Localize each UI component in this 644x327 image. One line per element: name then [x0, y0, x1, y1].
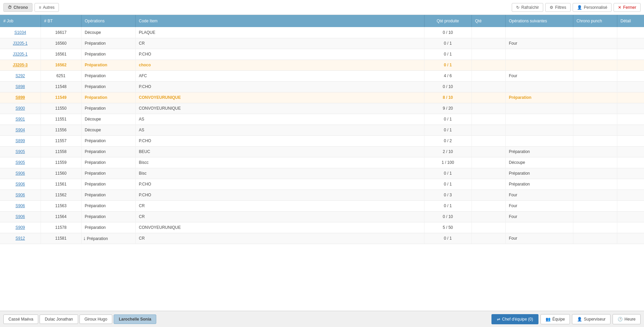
table-row: S89911549PréparationCONVOYEURUNIQUE8 / 1…	[0, 92, 644, 103]
cell-operations: Préparation	[81, 60, 135, 70]
job-link[interactable]: S901	[16, 117, 25, 122]
cell-bt: 11558	[41, 146, 81, 157]
table-row: S90611560PréparationBisc0 / 1Préparation	[0, 168, 644, 179]
superviseur-button[interactable]: 👤 Superviseur	[572, 314, 611, 324]
job-link[interactable]: S904	[16, 128, 25, 132]
personnalise-button[interactable]: 👤 Personnalisé	[573, 3, 612, 12]
cell-ops-suivantes	[505, 103, 573, 114]
cell-operations: Préparation	[81, 200, 135, 211]
cell-detail	[617, 125, 644, 135]
cell-qte-produite: 0 / 1	[424, 49, 472, 60]
cell-detail	[617, 92, 644, 103]
cell-detail	[617, 38, 644, 49]
cell-bt: 11581	[41, 233, 81, 244]
person-casse-maeva[interactable]: Cassé Maéva	[3, 314, 38, 324]
toolbar-right: ↻ Rafraîchir ⚙ Filtres 👤 Personnalisé ✕ …	[512, 3, 641, 12]
cell-qte	[472, 146, 505, 157]
autres-button[interactable]: ≡ Autres	[34, 3, 59, 12]
person-dulac-jonathan[interactable]: Dulac Jonathan	[40, 314, 78, 324]
table-row: S90611563PréparationCR0 / 1Four	[0, 200, 644, 211]
table-row: S90411556DécoupeAS0 / 1	[0, 125, 644, 135]
chrono-button[interactable]: ⏱ Chrono	[3, 3, 32, 12]
cell-operations: Préparation	[81, 49, 135, 60]
cell-ops-suivantes: Four	[505, 38, 573, 49]
cell-chrono-punch	[573, 92, 617, 103]
job-link[interactable]: S906	[16, 214, 25, 219]
cell-qte-produite: 0 / 3	[424, 190, 472, 200]
job-link[interactable]: S905	[16, 160, 25, 165]
equipe-button[interactable]: 👥 Équipe	[540, 314, 570, 324]
cell-job: S906	[0, 200, 41, 211]
table-body: S103416617DécoupePLAQUE0 / 10J3205-11656…	[0, 27, 644, 244]
cell-job: J3205-1	[0, 49, 41, 60]
job-link[interactable]: S900	[16, 106, 25, 111]
filtres-button[interactable]: ⚙ Filtres	[545, 3, 571, 12]
table-row: J3205-116560PréparationCR0 / 1Four	[0, 38, 644, 49]
person-buttons: Cassé Maéva Dulac Jonathan Giroux Hugo L…	[3, 314, 156, 324]
cell-detail	[617, 81, 644, 92]
cell-job: S905	[0, 146, 41, 157]
person-giroux-hugo[interactable]: Giroux Hugo	[79, 314, 112, 324]
bottom-bar: Cassé Maéva Dulac Jonathan Giroux Hugo L…	[0, 311, 644, 327]
cell-qte-produite: 0 / 1	[424, 125, 472, 135]
cell-code-item: AS	[135, 114, 424, 125]
cell-qte-produite: 0 / 1	[424, 233, 472, 244]
cell-bt: 11561	[41, 179, 81, 190]
person-larochelle-sonia[interactable]: Larochelle Sonia	[114, 314, 156, 324]
job-link[interactable]: S912	[16, 236, 25, 241]
job-link[interactable]: S906	[16, 182, 25, 187]
cell-chrono-punch	[573, 222, 617, 233]
job-link[interactable]: J3205-3	[13, 63, 28, 67]
fermer-button[interactable]: ✕ Fermer	[614, 3, 641, 12]
cell-job: S899	[0, 135, 41, 146]
cell-qte	[472, 211, 505, 222]
job-link[interactable]: S909	[16, 225, 25, 230]
col-header-bt: # BT	[41, 15, 81, 27]
job-link[interactable]: S292	[16, 73, 25, 78]
cell-detail	[617, 135, 644, 146]
cell-job: S898	[0, 81, 41, 92]
cell-chrono-punch	[573, 81, 617, 92]
cell-operations: Préparation	[81, 146, 135, 157]
job-link[interactable]: S1034	[14, 30, 26, 35]
cell-job: S912	[0, 233, 41, 244]
cell-qte	[472, 81, 505, 92]
cell-bt: 11562	[41, 190, 81, 200]
cell-detail	[617, 200, 644, 211]
cell-ops-suivantes: Four	[505, 200, 573, 211]
cell-qte	[472, 222, 505, 233]
job-link[interactable]: S899	[16, 95, 25, 100]
job-link[interactable]: S898	[16, 84, 25, 89]
col-header-qte: Qté	[472, 15, 505, 27]
cell-qte	[472, 125, 505, 135]
cell-code-item: P.CHO	[135, 81, 424, 92]
job-link[interactable]: J3205-1	[13, 52, 27, 57]
cell-job: S906	[0, 179, 41, 190]
job-link[interactable]: S906	[16, 193, 25, 197]
job-link[interactable]: J3205-1	[13, 41, 27, 46]
job-link[interactable]: S906	[16, 171, 25, 176]
job-link[interactable]: S899	[16, 138, 25, 143]
cell-operations: Préparation	[81, 222, 135, 233]
cell-detail	[617, 114, 644, 125]
rafraichir-button[interactable]: ↻ Rafraîchir	[512, 3, 543, 12]
cell-bt: 11563	[41, 200, 81, 211]
cell-operations: Découpe	[81, 114, 135, 125]
cell-bt: 11551	[41, 114, 81, 125]
close-icon: ✕	[618, 5, 621, 10]
cell-qte-produite: 0 / 1	[424, 200, 472, 211]
cell-bt: 11557	[41, 135, 81, 146]
cell-qte	[472, 200, 505, 211]
cell-qte-produite: 0 / 1	[424, 179, 472, 190]
cell-code-item: P.CHO	[135, 135, 424, 146]
job-link[interactable]: S906	[16, 203, 25, 208]
cell-qte	[472, 70, 505, 81]
cell-bt: 16560	[41, 38, 81, 49]
table-row: J3205-316562Préparationchoco0 / 1	[0, 60, 644, 70]
job-link[interactable]: S905	[16, 149, 25, 154]
chef-equipe-button[interactable]: ⇌ Chef d'équipe (0)	[491, 314, 538, 324]
cell-job: S906	[0, 190, 41, 200]
cell-qte-produite: 0 / 10	[424, 211, 472, 222]
down-arrow-icon: ↓	[83, 235, 86, 241]
heure-button[interactable]: 🕐 Heure	[613, 314, 641, 324]
